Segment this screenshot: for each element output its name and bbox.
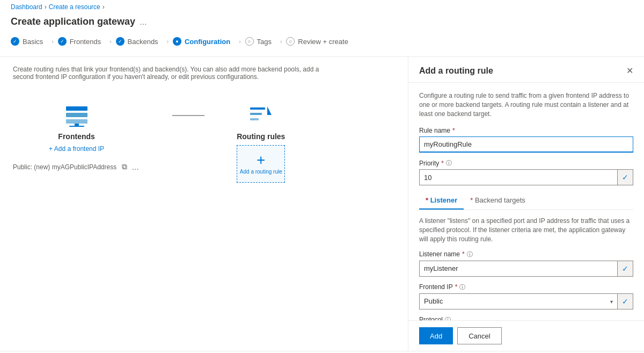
svg-rect-1 <box>66 113 87 117</box>
tab-backend-asterisk: * <box>470 196 475 204</box>
step-basics[interactable]: ✓ Basics <box>11 33 52 50</box>
frontends-box: Frontends + Add a frontend IP Public: (n… <box>13 102 140 172</box>
rule-name-input[interactable] <box>419 136 633 153</box>
listener-name-check-icon: ✓ <box>617 261 633 277</box>
svg-marker-8 <box>267 106 272 115</box>
frontends-icon <box>64 102 90 128</box>
svg-rect-0 <box>66 106 87 111</box>
sep3: › <box>167 39 169 45</box>
svg-rect-6 <box>250 113 262 115</box>
frontend-ip-check-icon: ✓ <box>617 293 633 309</box>
drawer-body: Configure a routing rule to send traffic… <box>408 83 644 320</box>
drawer-title: Add a routing rule <box>419 66 493 76</box>
listener-name-input[interactable] <box>419 261 617 277</box>
more-options-icon[interactable]: … <box>140 18 147 26</box>
step-frontends-label: Frontends <box>70 38 101 46</box>
page-footer: Previous Next : Tags > <box>0 351 644 353</box>
priority-input-wrapper: ✓ <box>419 169 633 185</box>
listener-name-group: Listener name * ⓘ ✓ <box>419 250 633 277</box>
drawer-header: Add a routing rule ✕ <box>408 57 644 83</box>
routing-icon <box>248 102 274 128</box>
add-routing-button[interactable]: + Add a routing rule <box>237 145 285 183</box>
step-tags-icon: ○ <box>245 37 254 46</box>
frontend-ip-wrapper: Public Private ▾ ✓ <box>419 293 633 309</box>
routing-rules-label: Routing rules <box>237 132 285 141</box>
drawer-footer: Add Cancel <box>408 320 644 351</box>
svg-rect-4 <box>69 126 84 127</box>
tab-bar: * Listener * Backend targets <box>419 192 633 210</box>
frontend-ip-group: Frontend IP * ⓘ Public Private ▾ ✓ <box>419 283 633 309</box>
frontends-svg <box>64 102 90 128</box>
page-title: Create application gateway <box>11 16 135 27</box>
breadcrumb-create-resource[interactable]: Create a resource <box>49 3 100 11</box>
close-button[interactable]: ✕ <box>626 66 633 76</box>
step-tags-label: Tags <box>257 38 272 46</box>
frontend-item: Public: (new) myAGPublicIPAddress ⧉ … <box>13 161 140 172</box>
main-content: Create routing rules that link your fron… <box>0 57 644 351</box>
svg-rect-2 <box>66 119 87 124</box>
tab-listener[interactable]: * Listener <box>419 192 464 210</box>
step-configuration-icon: ● <box>173 37 181 46</box>
priority-label: Priority * ⓘ <box>419 159 633 167</box>
step-frontends[interactable]: ✓ Frontends <box>58 33 110 50</box>
rule-name-group: Rule name * <box>419 127 633 153</box>
step-frontends-icon: ✓ <box>58 37 67 46</box>
connector-line <box>172 115 204 116</box>
drawer-description: Configure a routing rule to send traffic… <box>419 91 633 118</box>
breadcrumb-dashboard[interactable]: Dashboard <box>11 3 42 11</box>
frontend-ip-select[interactable]: Public Private <box>419 293 617 309</box>
protocol-info-icon[interactable]: ⓘ <box>445 316 451 320</box>
priority-required: * <box>441 160 444 167</box>
rule-name-required: * <box>452 127 455 134</box>
add-routing-label: Add a routing rule <box>238 168 284 176</box>
svg-rect-5 <box>250 107 265 110</box>
protocol-group: Protocol ⓘ HTTP HTTPS <box>419 316 633 320</box>
frontend-item-icons: ⧉ … <box>121 161 140 172</box>
breadcrumb-separator: › <box>45 3 47 11</box>
sep4: › <box>239 39 240 45</box>
step-review-icon: ○ <box>286 37 295 46</box>
right-panel: Add a routing rule ✕ Configure a routing… <box>408 57 644 351</box>
sep1: › <box>52 39 53 45</box>
step-review-label: Review + create <box>298 38 348 46</box>
priority-info-icon[interactable]: ⓘ <box>446 159 452 167</box>
step-configuration[interactable]: ● Configuration <box>173 33 239 50</box>
wizard-steps: ✓ Basics › ✓ Frontends › ✓ Backends › ● … <box>0 33 644 57</box>
svg-rect-3 <box>75 124 79 126</box>
routing-rules-box: Routing rules + Add a routing rule <box>237 102 285 183</box>
frontends-label: Frontends <box>58 132 94 141</box>
priority-input[interactable] <box>419 169 617 185</box>
listener-description: A listener "listens" on a specified port… <box>419 217 633 243</box>
step-tags[interactable]: ○ Tags <box>245 33 280 50</box>
sep5: › <box>280 39 282 45</box>
more-icon[interactable]: … <box>130 161 140 172</box>
copy-icon[interactable]: ⧉ <box>121 161 128 172</box>
step-review[interactable]: ○ Review + create <box>286 33 357 50</box>
cancel-button[interactable]: Cancel <box>457 327 501 344</box>
page-title-bar: Create application gateway … <box>0 14 644 33</box>
frontend-ip-info-icon[interactable]: ⓘ <box>459 283 465 291</box>
protocol-label: Protocol ⓘ <box>419 316 633 320</box>
listener-name-label: Listener name * ⓘ <box>419 250 633 258</box>
breadcrumb: Dashboard › Create a resource › <box>0 0 644 14</box>
svg-rect-7 <box>250 118 259 120</box>
listener-name-required: * <box>462 250 465 258</box>
diagram-area: Frontends + Add a frontend IP Public: (n… <box>13 91 395 193</box>
step-backends-label: Backends <box>128 38 158 46</box>
rule-name-label: Rule name * <box>419 127 633 134</box>
add-routing-plus-icon: + <box>257 153 265 168</box>
left-panel: Create routing rules that link your fron… <box>0 57 408 351</box>
frontend-ip-label: Frontend IP * ⓘ <box>419 283 633 291</box>
sep2: › <box>109 39 111 45</box>
step-basics-label: Basics <box>23 38 43 46</box>
priority-group: Priority * ⓘ ✓ <box>419 159 633 185</box>
add-frontend-ip-link[interactable]: + Add a frontend IP <box>49 145 104 153</box>
left-panel-description: Create routing rules that link your fron… <box>13 66 335 81</box>
listener-name-info-icon[interactable]: ⓘ <box>467 250 473 258</box>
step-backends[interactable]: ✓ Backends <box>116 33 167 50</box>
priority-check-icon: ✓ <box>617 169 633 185</box>
tab-backend-targets[interactable]: * Backend targets <box>464 192 532 210</box>
breadcrumb-separator2: › <box>103 3 105 11</box>
add-button[interactable]: Add <box>419 327 453 344</box>
step-configuration-label: Configuration <box>185 38 230 46</box>
